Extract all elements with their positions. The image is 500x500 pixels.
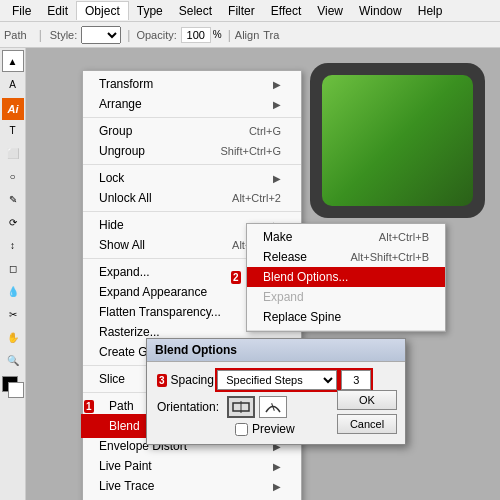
menu-item-lock[interactable]: Lock ▶ (83, 168, 301, 188)
opacity-label: Opacity: (136, 29, 176, 41)
tool-type[interactable]: T (2, 119, 24, 141)
menu-select[interactable]: Select (171, 2, 220, 20)
menu-section-group: Group Ctrl+G Ungroup Shift+Ctrl+G (83, 118, 301, 165)
orientation-align-path[interactable] (259, 396, 287, 418)
opacity-input[interactable] (181, 27, 211, 43)
style-dropdown[interactable] (81, 26, 121, 44)
submenu-item-blend-options[interactable]: 2 Blend Options... (247, 267, 445, 287)
step1-badge: 1 (84, 400, 94, 413)
orientation-align-page[interactable] (227, 396, 255, 418)
tool-eyedrop[interactable]: 💧 (2, 280, 24, 302)
menu-item-arrange[interactable]: Arrange ▶ (83, 94, 301, 114)
menu-item-live-paint[interactable]: Live Paint ▶ (83, 456, 301, 476)
menu-item-live-trace[interactable]: Live Trace ▶ (83, 476, 301, 496)
artboard-inner (322, 75, 473, 206)
left-toolbar: Ai ▲ A ✏ T ⬜ ○ ✎ ⟳ ↕ ◻ 💧 ✂ ✋ 🔍 (0, 48, 26, 500)
tool-hand[interactable]: ✋ (2, 326, 24, 348)
preview-checkbox[interactable] (235, 423, 248, 436)
tool-ellipse[interactable]: ○ (2, 165, 24, 187)
menu-edit[interactable]: Edit (39, 2, 76, 20)
toolbar: Path | Style: | Opacity: % | Align Tra (0, 22, 500, 48)
cancel-button[interactable]: Cancel (337, 414, 397, 434)
canvas-area: Trace Wrap Transform ▶ Arrange ▶ Group C… (26, 48, 500, 500)
menu-section-transform: Transform ▶ Arrange ▶ (83, 71, 301, 118)
preview-check-row: Preview (235, 422, 330, 436)
artboard (310, 63, 485, 218)
menu-filter[interactable]: Filter (220, 2, 263, 20)
dialog-orientation-row: Orientation: (157, 396, 330, 418)
submenu-item-make[interactable]: Make Alt+Ctrl+B (247, 227, 445, 247)
tool-rect[interactable]: ⬜ (2, 142, 24, 164)
preview-label: Preview (252, 422, 295, 436)
tool-direct-select[interactable]: A (2, 73, 24, 95)
menu-item-group[interactable]: Group Ctrl+G (83, 121, 301, 141)
submenu-item-replace-spine[interactable]: Replace Spine (247, 307, 445, 327)
submenu-section-main: Make Alt+Ctrl+B Release Alt+Shift+Ctrl+B… (247, 224, 445, 331)
menu-file[interactable]: File (4, 2, 39, 20)
menu-help[interactable]: Help (410, 2, 451, 20)
menu-item-unlock-all[interactable]: Unlock All Alt+Ctrl+2 (83, 188, 301, 208)
main-area: Ai ▲ A ✏ T ⬜ ○ ✎ ⟳ ↕ ◻ 💧 ✂ ✋ 🔍 Trace Wra… (0, 48, 500, 500)
opacity-percent: % (213, 29, 222, 40)
menu-window[interactable]: Window (351, 2, 410, 20)
tool-zoom[interactable]: 🔍 (2, 349, 24, 371)
orientation-label: Orientation: (157, 400, 227, 414)
spacing-value-input[interactable] (341, 370, 371, 390)
menu-object[interactable]: Object (76, 1, 129, 20)
menu-effect[interactable]: Effect (263, 2, 309, 20)
step3-badge: 3 (157, 374, 167, 387)
menu-section-lock: Lock ▶ Unlock All Alt+Ctrl+2 (83, 165, 301, 212)
tool-select[interactable]: ▲ (2, 50, 24, 72)
menu-item-text-wrap[interactable]: Text Wrap ▶ (83, 496, 301, 500)
fill-stroke[interactable] (2, 376, 24, 406)
toolbar-path-label: Path (4, 29, 27, 41)
dialog-buttons: OK Cancel (337, 390, 397, 434)
menu-item-ungroup[interactable]: Ungroup Shift+Ctrl+G (83, 141, 301, 161)
blend-options-dialog: Blend Options 3 Spacing: Smooth Color Sp… (146, 338, 406, 445)
tra-label: Tra (263, 29, 279, 41)
menu-view[interactable]: View (309, 2, 351, 20)
blend-submenu: Make Alt+Ctrl+B Release Alt+Shift+Ctrl+B… (246, 223, 446, 332)
dialog-body: 3 Spacing: Smooth Color Specified Steps … (147, 362, 405, 444)
tool-rotate[interactable]: ⟳ (2, 211, 24, 233)
menu-type[interactable]: Type (129, 2, 171, 20)
submenu-item-expand: Expand (247, 287, 445, 307)
ok-button[interactable]: OK (337, 390, 397, 410)
submenu-item-release[interactable]: Release Alt+Shift+Ctrl+B (247, 247, 445, 267)
tool-scale[interactable]: ↕ (2, 234, 24, 256)
dialog-spacing-row: 3 Spacing: Smooth Color Specified Steps … (157, 370, 330, 390)
menubar: File Edit Object Type Select Filter Effe… (0, 0, 500, 22)
dialog-title: Blend Options (147, 339, 405, 362)
menu-item-transform[interactable]: Transform ▶ (83, 74, 301, 94)
spacing-label: Spacing: (171, 373, 218, 387)
spacing-select[interactable]: Smooth Color Specified Steps Specified D… (217, 370, 337, 390)
toolbar-style-label: Style: (50, 29, 78, 41)
ai-logo: Ai (2, 98, 24, 120)
step2-badge: 2 (231, 271, 241, 284)
tool-measure[interactable]: ✂ (2, 303, 24, 325)
align-label: Align (235, 29, 259, 41)
tool-pencil[interactable]: ✎ (2, 188, 24, 210)
tool-blend[interactable]: ◻ (2, 257, 24, 279)
